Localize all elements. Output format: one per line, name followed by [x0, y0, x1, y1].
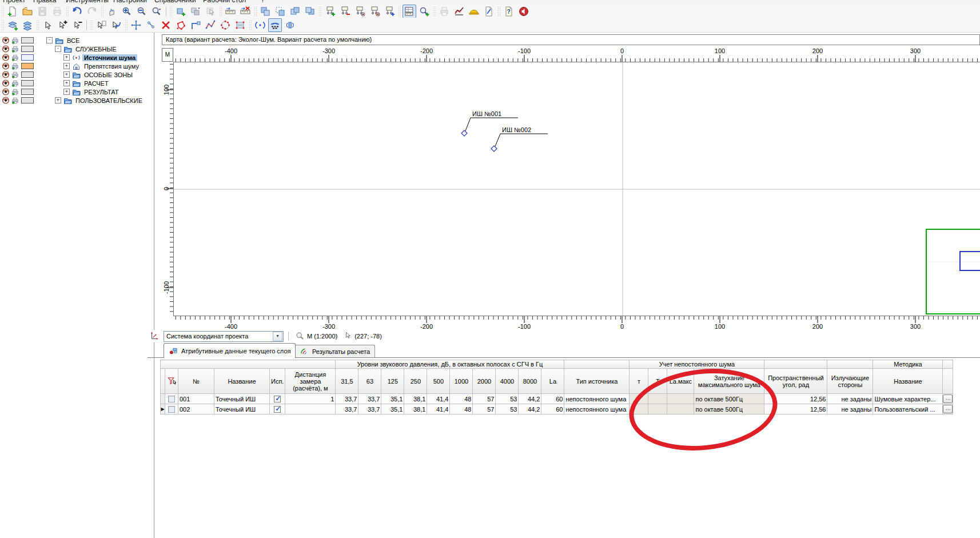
layer-print-icon[interactable]: [11, 37, 19, 44]
level-cell[interactable]: 41,4: [427, 404, 450, 415]
measure-delete-button[interactable]: [238, 5, 252, 18]
menu-item-инструменты[interactable]: Инструменты: [66, 0, 109, 4]
redo-button[interactable]: [85, 5, 99, 18]
edit-cell[interactable]: …: [943, 404, 953, 415]
column-header[interactable]: 250: [404, 369, 427, 394]
column-header[interactable]: La: [541, 369, 564, 394]
order-back-button[interactable]: [303, 5, 317, 18]
column-header[interactable]: 4000: [496, 369, 519, 394]
column-header[interactable]: Пространственный угол, рад: [764, 369, 827, 394]
level-cell[interactable]: 33,7: [336, 394, 358, 404]
level-cell[interactable]: 33,7: [358, 404, 381, 415]
noise-area-tool-button[interactable]: [283, 18, 297, 32]
row-select-cell[interactable]: [165, 404, 178, 415]
level-cell[interactable]: 53: [496, 404, 519, 415]
visibility-eye-icon[interactable]: [2, 97, 10, 104]
menu-item-настройки[interactable]: Настройки: [113, 0, 147, 4]
column-header[interactable]: 1000: [450, 369, 473, 394]
layer-print-icon[interactable]: [11, 97, 19, 104]
layer-print-icon[interactable]: [11, 54, 19, 61]
used-cell[interactable]: [270, 394, 285, 404]
level-cell[interactable]: 60: [541, 394, 564, 404]
tree-row-служебные[interactable]: -СЛУЖЕБНЫЕ: [0, 45, 154, 53]
used-checkbox[interactable]: [274, 396, 281, 402]
level-cell[interactable]: 53: [496, 394, 519, 404]
level-cell[interactable]: 35,1: [381, 404, 404, 415]
chevron-down-icon[interactable]: ▼: [273, 332, 282, 341]
tree-row-особые-зоны[interactable]: +ОСОБЫЕ ЗОНЫ: [0, 70, 154, 79]
source-type-cell[interactable]: непостоянного шума: [564, 394, 630, 404]
ellipse-nodes-tool-button[interactable]: [218, 18, 232, 32]
calc-area-rect[interactable]: [960, 252, 980, 270]
column-header[interactable]: 125: [381, 369, 404, 394]
filter-header-cell[interactable]: [165, 369, 178, 394]
column-header[interactable]: [943, 369, 953, 394]
layers-list-button[interactable]: [21, 18, 34, 32]
save-button[interactable]: [35, 5, 49, 18]
visibility-eye-icon[interactable]: [2, 71, 10, 78]
visibility-eye-icon[interactable]: [2, 88, 10, 95]
layer-node-vis2-button[interactable]: [368, 5, 381, 18]
layer-print-icon[interactable]: [11, 71, 19, 78]
visibility-eye-icon[interactable]: [2, 62, 10, 70]
column-header[interactable]: 63: [358, 369, 381, 394]
menu-item-справочники[interactable]: Справочники: [154, 0, 196, 4]
layer-color-swatch[interactable]: [21, 54, 34, 61]
column-header[interactable]: 500: [427, 369, 450, 394]
more-button[interactable]: …: [943, 405, 953, 413]
sound-calc-button[interactable]: [517, 5, 531, 18]
rect-corner-tool-button[interactable]: [189, 18, 202, 32]
layer-node-vis-button[interactable]: [353, 5, 366, 18]
menu-item-правка[interactable]: Правка: [33, 0, 57, 4]
expand-icon[interactable]: +: [63, 54, 70, 61]
tree-row-расчет[interactable]: +РАСЧЕТ: [0, 79, 154, 87]
source-type-cell[interactable]: непостоянного шума: [564, 404, 630, 415]
column-header[interactable]: Название: [873, 369, 943, 394]
tab-calculation-results[interactable]: Результаты расчета: [294, 345, 375, 358]
zoom-out-button[interactable]: [135, 5, 149, 18]
layer-print-icon[interactable]: [11, 79, 19, 87]
tree-row-label[interactable]: Препятствия шуму: [82, 63, 141, 70]
coordinate-system-combobox[interactable]: Система координат проекта ▼: [164, 331, 284, 342]
zoom-in-button[interactable]: [120, 5, 134, 18]
more-button[interactable]: …: [943, 394, 953, 403]
method-cell[interactable]: Шумовые характер...: [873, 394, 943, 404]
layer-node-remove-button[interactable]: [338, 5, 352, 18]
column-header[interactable]: 8000: [519, 369, 541, 394]
tree-row-результат[interactable]: +РЕЗУЛЬТАТ: [0, 87, 154, 96]
layer-color-swatch[interactable]: [21, 37, 34, 43]
sides-cell[interactable]: не заданы: [827, 404, 873, 415]
print-map-button[interactable]: [437, 5, 451, 18]
column-header[interactable]: №: [178, 369, 214, 394]
tree-row-пользовательские[interactable]: +ПОЛЬЗОВАТЕЛЬСКИЕ: [0, 96, 154, 105]
zoom-object-button[interactable]: [417, 5, 431, 18]
layer-print-icon[interactable]: [11, 45, 19, 53]
collapse-icon[interactable]: -: [55, 46, 61, 52]
name-cell[interactable]: Точечный ИШ: [214, 404, 270, 415]
mesh-tool-button[interactable]: [233, 18, 247, 32]
row-select-checkbox[interactable]: [168, 406, 175, 413]
open-folder-button[interactable]: [21, 5, 34, 18]
delete-object-button[interactable]: [159, 18, 173, 32]
layers-add-button[interactable]: [6, 18, 19, 32]
measure-button[interactable]: [224, 5, 237, 18]
table-row[interactable]: ▶002Точечный ИШ33,733,735,138,141,448575…: [161, 404, 953, 415]
menu-item-рабочий стол[interactable]: Рабочий стол: [203, 0, 246, 4]
tree-row-препятствия-шуму[interactable]: +Препятствия шуму: [0, 62, 154, 70]
calculation-button[interactable]: [467, 5, 481, 18]
polyline-tool-button[interactable]: [204, 18, 217, 32]
layer-color-swatch[interactable]: [21, 71, 34, 78]
layer-node-add-button[interactable]: [323, 5, 337, 18]
menu-item-?[interactable]: ?: [261, 0, 265, 4]
noise-point-tool-button[interactable]: [253, 18, 267, 32]
distance-cell[interactable]: 1: [285, 394, 336, 404]
level-cell[interactable]: 38,1: [404, 394, 427, 404]
cursor-button[interactable]: [41, 18, 54, 32]
level-cell[interactable]: 33,7: [358, 394, 381, 404]
profile-chart-button[interactable]: [452, 5, 466, 18]
column-header[interactable]: Исп.: [270, 369, 285, 394]
level-cell[interactable]: 60: [541, 404, 564, 415]
cursor-add-button[interactable]: [55, 18, 69, 32]
tree-row-label[interactable]: ВСЕ: [65, 37, 81, 44]
column-header[interactable]: 2000: [473, 369, 496, 394]
